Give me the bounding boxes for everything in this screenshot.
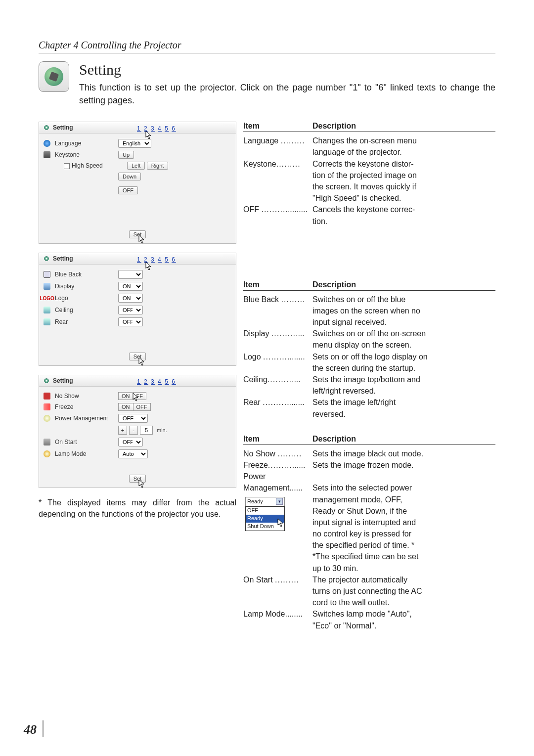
language-select[interactable]: English	[118, 139, 151, 148]
col-head-item: Item	[243, 280, 312, 289]
page-links: 1 2 3 4 5 6	[137, 378, 176, 385]
t1-item-1: Keystone	[243, 160, 276, 168]
minutes-unit: min.	[157, 427, 167, 433]
cursor-icon	[145, 130, 153, 140]
t3-item-3: Management	[243, 484, 289, 492]
lampmode-select[interactable]: Auto	[118, 449, 148, 458]
svg-point-1	[45, 127, 47, 129]
page-link-1[interactable]: 1	[137, 256, 141, 263]
minutes-minus-button[interactable]: -	[129, 426, 138, 435]
minutes-input[interactable]	[140, 426, 153, 435]
logo-icon: LOGO	[43, 294, 51, 302]
chapter-header: Chapter 4 Controlling the Projector	[39, 40, 495, 53]
powermgmt-select[interactable]: OFF	[118, 414, 148, 423]
freeze-on-button[interactable]: ON	[118, 403, 134, 411]
description-table-2: Item Description Blue Back Switches on o…	[243, 280, 495, 420]
setting-panel-3: Setting 1 2 3 4 5 6 No Show ONFF	[39, 375, 236, 488]
powermgmt-icon	[43, 414, 51, 422]
ceiling-icon	[43, 306, 51, 314]
page-links: 1 2 3 4 5 6	[137, 125, 176, 132]
panel-title: Setting	[53, 377, 73, 384]
ceiling-label: Ceiling	[55, 307, 114, 313]
col-head-item: Item	[243, 122, 312, 131]
logo-label: Logo	[55, 295, 114, 302]
noshow-icon	[43, 392, 51, 400]
t3-item-1: Freeze	[243, 461, 268, 469]
onstart-icon	[43, 438, 51, 446]
setting-panel-2: Setting 1 2 3 4 5 6 Blue Back	[39, 253, 236, 366]
page-link-4[interactable]: 4	[158, 256, 162, 263]
page-link-1[interactable]: 1	[137, 125, 141, 132]
footnote: * The displayed items may differ from th…	[39, 497, 236, 520]
chevron-down-icon[interactable]: ▾	[276, 498, 283, 505]
cursor-icon	[145, 261, 153, 271]
setting-panel-1: Setting 1 2 3 4 5 6 Language English	[39, 122, 236, 244]
rear-icon	[43, 318, 51, 326]
page-link-6[interactable]: 6	[172, 378, 176, 385]
cursor-icon	[138, 356, 146, 366]
page-number-rule	[43, 720, 44, 737]
page-link-5[interactable]: 5	[165, 125, 169, 132]
panel-title: Setting	[53, 255, 73, 262]
page-link-1[interactable]: 1	[137, 378, 141, 385]
cursor-icon	[132, 392, 140, 402]
language-label: Language	[55, 140, 114, 147]
keystone-off-button[interactable]: OFF	[118, 186, 138, 194]
onstart-label: On Start	[55, 439, 114, 445]
high-speed-label: High Speed	[72, 162, 103, 169]
lampmode-icon	[43, 450, 51, 458]
cursor-icon	[277, 518, 285, 528]
page-link-4[interactable]: 4	[158, 378, 162, 385]
freeze-off-button[interactable]: OFF	[133, 403, 151, 411]
cursor-icon	[138, 479, 146, 489]
keystone-right-button[interactable]: Right	[147, 162, 169, 170]
t2-item-3: Ceiling	[243, 375, 267, 384]
page-link-5[interactable]: 5	[165, 378, 169, 385]
t2-item-4: Rear	[243, 398, 261, 406]
page-link-5[interactable]: 5	[165, 256, 169, 263]
t1-item-0: Language	[243, 136, 278, 145]
svg-point-5	[45, 380, 47, 382]
description-table-3: Item Description No Show Sets the image …	[243, 435, 495, 631]
keystone-label: Keystone	[55, 151, 114, 158]
col-head-desc: Description	[312, 122, 356, 131]
powermgmt-dropdown-illustration: Ready▾ OFF Ready Shut Down	[245, 497, 312, 532]
display-select[interactable]: ON	[118, 282, 143, 291]
t3-item-4: On Start	[243, 576, 273, 584]
page-title: Setting	[79, 61, 495, 78]
noshow-label: No Show	[55, 393, 114, 400]
powermgmt-label: Power Management	[55, 415, 114, 422]
keystone-left-button[interactable]: Left	[127, 162, 145, 170]
t2-item-0: Blue Back	[243, 295, 279, 304]
t2-item-1: Display	[243, 329, 269, 338]
noshow-on-button[interactable]: ON	[118, 392, 134, 400]
gear-icon	[43, 377, 50, 384]
blueback-icon	[43, 270, 51, 278]
t3-item-5: Lamp Mode	[243, 610, 285, 618]
page-link-2[interactable]: 2	[144, 378, 148, 385]
language-icon	[43, 139, 51, 147]
page-link-4[interactable]: 4	[158, 125, 162, 132]
logo-select[interactable]: ON	[118, 294, 143, 303]
ceiling-select[interactable]: OFF	[118, 306, 143, 314]
t2-item-2: Logo	[243, 353, 261, 361]
keystone-down-button[interactable]: Down	[118, 173, 141, 180]
high-speed-checkbox[interactable]	[64, 163, 70, 169]
page-link-6[interactable]: 6	[172, 256, 176, 263]
dropdown-option[interactable]: OFF	[246, 507, 284, 515]
freeze-label: Freeze	[55, 403, 114, 410]
minutes-plus-button[interactable]: +	[118, 426, 127, 435]
intro-paragraph: This function is to set up the projector…	[79, 81, 495, 107]
gear-icon	[43, 124, 50, 131]
blueback-select[interactable]	[118, 270, 143, 279]
page-link-6[interactable]: 6	[172, 125, 176, 132]
rear-select[interactable]: OFF	[118, 317, 143, 326]
gear-icon	[43, 255, 50, 262]
onstart-select[interactable]: OFF	[118, 438, 143, 446]
description-table-1: Item Description Language Changes the on…	[243, 122, 495, 227]
display-label: Display	[55, 283, 114, 290]
keystone-up-button[interactable]: Up	[118, 151, 134, 159]
keystone-icon	[43, 151, 51, 159]
display-icon	[43, 282, 51, 290]
page-link-3[interactable]: 3	[151, 378, 155, 385]
